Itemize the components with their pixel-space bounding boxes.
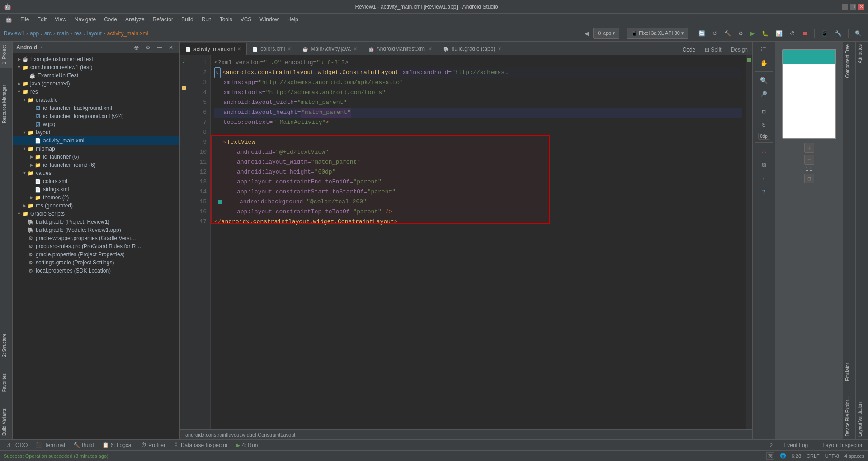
palette-disconnect-button[interactable]: ⛓ (759, 159, 769, 171)
tab-mainactivity[interactable]: ☕ MainActivity.java ✕ (297, 43, 363, 55)
code-editor[interactable]: ✓ 1 2 3 4 5 6 7 8 9 10 11 12 13 14 15 16 (180, 55, 752, 429)
tree-item-proguard[interactable]: ⚙ proguard-rules.pro (ProGuard Rules for… (13, 242, 179, 250)
menu-code[interactable]: Code (100, 15, 121, 24)
breadcrumb-main[interactable]: main (57, 30, 69, 37)
palette-constraint-button[interactable]: ↕ (760, 173, 768, 184)
run-tab[interactable]: ▶ 4: Run (232, 441, 261, 449)
menu-tools[interactable]: Tools (216, 15, 236, 24)
tree-item-example-unit[interactable]: ☕ ExampleUnitTest (13, 71, 179, 80)
layout-inspector-tab[interactable]: Layout Inspector (819, 441, 866, 449)
project-tab[interactable]: 1: Project (0, 42, 12, 68)
logcat-tab[interactable]: 📋 6: Logcat (99, 441, 137, 449)
menu-view[interactable]: View (51, 15, 70, 24)
component-tree-label[interactable]: Component Tree (843, 42, 855, 81)
palette-warning-button[interactable]: ⚠ (759, 146, 769, 157)
favorites-tab[interactable]: Favorites (0, 370, 12, 395)
tree-item-mipmap[interactable]: ▼ 📁 mipmap (13, 145, 179, 153)
panel-minimize-button[interactable]: — (154, 42, 165, 53)
sdk-button[interactable]: 🔧 (832, 28, 844, 39)
panel-settings-button[interactable]: ⚙ (143, 42, 153, 53)
tab-androidmanifest[interactable]: 🤖 AndroidManifest.xml ✕ (363, 43, 438, 55)
menu-build[interactable]: Build (178, 15, 197, 24)
tree-item-gradle-scripts[interactable]: ▼ 📁 Gradle Scripts (13, 210, 179, 218)
tree-item-activity-main[interactable]: 📄 activity_main.xml (13, 136, 179, 145)
code-content[interactable]: <?xml version="1.0" encoding="utf-8"?> C… (211, 55, 746, 429)
emulator-label[interactable]: Emulator (843, 360, 855, 384)
android-dropdown[interactable]: ▾ (41, 45, 43, 50)
breadcrumb-review1[interactable]: Review1 (4, 30, 24, 37)
run-button[interactable]: ▶ (748, 28, 757, 39)
code-view-button[interactable]: Code (678, 45, 701, 55)
profile-button[interactable]: ⏱ (787, 28, 798, 39)
app-dropdown[interactable]: ⚙ app ▾ (593, 28, 619, 39)
maximize-button[interactable]: ❐ (850, 4, 856, 10)
tree-item-ic-launcher-fg[interactable]: 🖼 ic_launcher_foreground.xml (v24) (13, 112, 179, 120)
panel-add-button[interactable]: ⊕ (131, 42, 142, 53)
sync-button[interactable]: 🔄 (696, 28, 708, 39)
avd-button[interactable]: 📱 (818, 28, 830, 39)
breadcrumb-layout[interactable]: layout (87, 30, 102, 37)
coverage-button[interactable]: 📊 (773, 28, 785, 39)
design-view-button[interactable]: Design (726, 45, 752, 55)
tab-colors[interactable]: 📄 colors.xml ✕ (247, 43, 297, 55)
database-inspector-tab[interactable]: 🗄 Database Inspector (170, 441, 231, 449)
build-button[interactable]: 🔨 (722, 28, 734, 39)
tree-item-java-generated[interactable]: ▶ 📁 java (generated) (13, 80, 179, 88)
tab-close-button[interactable]: ✕ (288, 47, 291, 52)
breadcrumb-res[interactable]: res (74, 30, 82, 37)
menu-navigate[interactable]: Navigate (71, 15, 99, 24)
palette-pan-button[interactable]: ✋ (757, 57, 770, 69)
tree-item-gradle-wrapper[interactable]: ⚙ gradle-wrapper.properties (Gradle Vers… (13, 234, 179, 242)
breadcrumb-app[interactable]: app (30, 30, 39, 37)
palette-zoom-out-button[interactable]: 🔎 (758, 88, 770, 100)
encoding[interactable]: UTF-8 (825, 453, 839, 459)
terminal-tab[interactable]: ⬛ Terminal (32, 441, 68, 449)
tree-item-com-huncm[interactable]: ▼ 📁 com.huncm.review1 (test) (13, 63, 179, 71)
tree-item-build-gradle-project[interactable]: 🐘 build.gradle (Project: Review1) (13, 218, 179, 226)
debug-button[interactable]: 🐛 (759, 28, 771, 39)
event-log-tab[interactable]: Event Log (780, 441, 811, 449)
indent[interactable]: 4 spaces (844, 453, 864, 459)
tree-item-themes[interactable]: ▶ 📁 themes (2) (13, 193, 179, 202)
resource-manager-tab[interactable]: Resource Manager (0, 81, 12, 127)
build-tab[interactable]: 🔨 Build (70, 441, 98, 449)
breadcrumb-file[interactable]: activity_main.xml (107, 30, 148, 37)
device-file-explorer-label[interactable]: Device File Explor… (843, 393, 855, 439)
menu-refactor[interactable]: Refactor (149, 15, 177, 24)
tree-item-res[interactable]: ▼ 📁 res (13, 88, 179, 96)
panel-close-button[interactable]: ✕ (166, 42, 176, 53)
tree-item-drawable[interactable]: ▼ 📁 drawable (13, 96, 179, 104)
menu-logo[interactable]: 🤖 (2, 15, 16, 24)
tree-item-build-gradle-module[interactable]: 🐘 build.gradle (Module: Review1.app) (13, 226, 179, 234)
split-view-button[interactable]: ⊟ Split (700, 45, 726, 55)
palette-refresh-button[interactable]: ↻ (759, 119, 769, 131)
sync2-button[interactable]: ↺ (710, 28, 720, 39)
tree-item-gradle-properties[interactable]: ⚙ gradle.properties (Project Properties) (13, 250, 179, 259)
fit-button[interactable]: ⊡ (804, 174, 814, 183)
tab-close-button[interactable]: ✕ (237, 47, 241, 52)
back-navigation-button[interactable]: ◀ (582, 28, 591, 39)
attributes-label[interactable]: Attributes (856, 42, 868, 66)
menu-edit[interactable]: Edit (33, 15, 50, 24)
tree-item-ic-launcher-round[interactable]: ▶ 📁 ic_launcher_round (6) (13, 161, 179, 169)
build-variants-tab[interactable]: Build Variants (0, 405, 12, 439)
palette-select-button[interactable]: ⬚ (758, 43, 769, 55)
tree-item-strings[interactable]: 📄 strings.xml (13, 185, 179, 193)
menu-file[interactable]: File (17, 15, 33, 24)
tab-activity-main[interactable]: 📄 activity_main.xml ✕ (180, 43, 247, 55)
minimize-button[interactable]: — (842, 4, 848, 10)
tab-close-button[interactable]: ✕ (498, 47, 501, 52)
structure-tab[interactable]: 2: Structure (0, 330, 12, 361)
palette-zoom-in-button[interactable]: 🔍 (757, 75, 770, 86)
menu-vcs[interactable]: VCS (237, 15, 255, 24)
device-dropdown[interactable]: 📱 Pixel 3a XL API 30 ▾ (627, 28, 688, 39)
tab-close-button[interactable]: ✕ (354, 47, 357, 52)
layout-validation-label[interactable]: Layout Validation (856, 400, 868, 439)
tree-item-res-generated[interactable]: ▶ 📁 res (generated) (13, 202, 179, 210)
gradle-sync-button[interactable]: ⚙ (736, 28, 746, 39)
tree-item-instrumented-test[interactable]: ▶ ☕ ExampleInstrumentedTest (13, 55, 179, 63)
tree-item-wjpg[interactable]: 🖼 w.jpg (13, 120, 179, 128)
window-controls[interactable]: — ❐ ✕ (842, 4, 864, 10)
tree-item-layout[interactable]: ▼ 📁 layout (13, 128, 179, 136)
tree-item-ic-launcher[interactable]: ▶ 📁 ic_launcher (6) (13, 153, 179, 161)
